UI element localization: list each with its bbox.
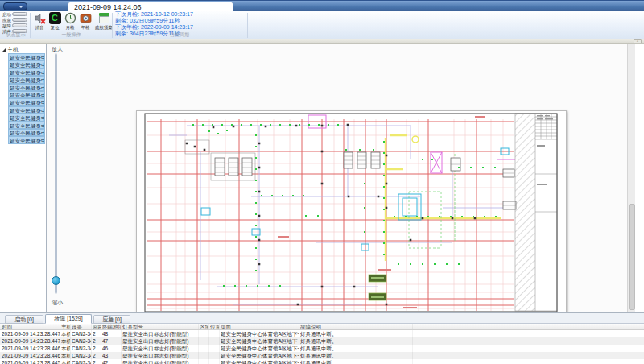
column-header[interactable]: 页面 xyxy=(221,324,299,329)
fault-indicator: 故障 xyxy=(2,23,30,28)
group-separator xyxy=(30,13,31,38)
tab-emergency[interactable]: 应急 [0] xyxy=(93,315,130,324)
fault-row[interactable]: 2021-09-09 14:23:28.447本机 CAN2-342 48壁挂安… xyxy=(0,330,644,337)
fault-indicator-label: 故障 xyxy=(2,23,11,28)
group-separator xyxy=(247,13,248,38)
fault-row[interactable]: 2021-09-09 14:23:28.447本机 CAN2-342 47壁挂安… xyxy=(0,337,644,345)
app-window: 2021-09-09 14:24:06 启动 应急 故障 消声 状态提示 xyxy=(0,0,644,364)
fault-row[interactable]: 2021-09-09 14:23:28.446本机 CAN2-342 43壁挂安… xyxy=(0,352,644,359)
fault-table-header: 时间 主机 设备 回路 终端地址 灯具型号 区域 位置 页面 故障说明 xyxy=(0,324,644,330)
mute-speaker-icon xyxy=(34,12,46,24)
monthly-check-button[interactable]: 月检 xyxy=(63,12,77,34)
canvas-scrollbar-thumb[interactable] xyxy=(629,204,635,310)
tree-item-page[interactable]: 延安全民健身中心体育馆A区地下一层 xyxy=(8,68,45,76)
fault-row[interactable]: 2021-09-09 14:23:28.446本机 CAN2-342 46壁挂安… xyxy=(0,345,644,352)
window-title: 2021-09-09 14:24:06 xyxy=(74,3,142,11)
tree-item-page[interactable]: 延安全民健身中心体育馆A区地下一层 xyxy=(8,122,45,129)
tree-item-page[interactable]: 延安全民健身中心体育馆A区地下一层 xyxy=(8,60,45,68)
annual-check-icon xyxy=(80,12,92,24)
reset-icon: C xyxy=(49,12,61,24)
tree-item-page[interactable]: 延安全民健身中心体育馆A区地下一层 xyxy=(8,98,45,105)
chevron-down-icon xyxy=(19,6,23,8)
column-header[interactable]: 主机 xyxy=(61,324,71,329)
tab-startup[interactable]: 启动 [0] xyxy=(5,315,43,324)
next-monthly-check: 下次月检: 2021-10-12 00:23:17 xyxy=(115,11,193,18)
device-tree-panel: 主机 延安全民健身中心体育馆A区地下一层 延安全民健身中心体育馆A区地下一层 延… xyxy=(0,44,47,312)
ribbon: 启动 应急 故障 消声 状态提示 xyxy=(0,11,644,39)
zoom-slider[interactable] xyxy=(55,53,57,294)
zoom-in-label: 放大 xyxy=(52,45,63,53)
reset-button[interactable]: C 复位 xyxy=(47,12,62,34)
actions-group-label: 一般操作 xyxy=(32,31,110,39)
tree-item-page[interactable]: 延安全民健身中心体育馆A区地下一层 xyxy=(8,114,45,121)
tree-item-page[interactable]: 延安全民健身中心体育馆A区地下一层 xyxy=(8,106,45,114)
floor-plan-drawing xyxy=(137,111,567,312)
zoom-slider-thumb[interactable] xyxy=(52,276,60,285)
evacuation-plan-icon xyxy=(98,12,110,24)
event-log-panel: 启动 [0] 故障 [1529] 应急 [0] 时间 主机 设备 回路 终端地址… xyxy=(0,312,644,364)
tree-root-host[interactable]: 主机 xyxy=(0,46,46,53)
annual-check-button[interactable]: 年检 xyxy=(78,12,93,34)
startup-indicator-label: 启动 xyxy=(2,12,11,17)
actions-group: 消音 C 复位 月检 xyxy=(32,11,110,39)
event-tab-strip: 启动 [0] 故障 [1529] 应急 [0] xyxy=(0,313,644,324)
startup-indicator: 启动 xyxy=(2,12,30,17)
tree-item-page[interactable]: 延安全民健身中心体育馆A区地下一层 xyxy=(8,136,45,143)
fault-row[interactable]: 2021-09-09 14:23:28.445本机 CAN2-342 42壁挂安… xyxy=(0,359,644,364)
column-header[interactable]: 回路 xyxy=(93,324,101,329)
emergency-indicator-label: 应急 xyxy=(2,18,11,23)
fault-table: 时间 主机 设备 回路 终端地址 灯具型号 区域 位置 页面 故障说明 2021… xyxy=(0,324,644,364)
selfcheck-group-label: 自检周期 xyxy=(114,31,246,39)
tree-expander-icon[interactable] xyxy=(2,48,6,52)
status-group: 启动 应急 故障 消声 状态提示 xyxy=(2,11,30,39)
column-header[interactable]: 位置 xyxy=(210,324,220,329)
zoom-out-label: 缩小 xyxy=(52,299,63,307)
column-header[interactable]: 设备 xyxy=(72,324,92,329)
collapse-ribbon-button[interactable]: ^ xyxy=(634,39,642,43)
startup-indicator-lamp xyxy=(12,12,27,16)
selfcheck-group: 下次月检: 2021-10-12 00:23:17 剩余: 032日09时59分… xyxy=(114,11,246,39)
tree-item-page[interactable]: 延安全民健身中心体育馆A区地下一层 xyxy=(8,91,45,98)
column-header[interactable]: 终端地址 xyxy=(102,324,122,329)
status-group-label: 状态提示 xyxy=(2,31,30,39)
column-header[interactable]: 灯具型号 xyxy=(122,324,199,329)
canvas-vertical-scrollbar[interactable] xyxy=(627,44,635,312)
column-header[interactable]: 故障说明 xyxy=(300,324,413,329)
floor-plan-sheet[interactable] xyxy=(136,110,567,312)
group-separator xyxy=(112,13,113,38)
fault-indicator-lamp xyxy=(12,23,27,27)
titlebar: 2021-09-09 14:24:06 xyxy=(0,0,644,11)
tree-item-page[interactable]: 延安全民健身中心体育馆A区地下一层 xyxy=(8,129,45,136)
tab-fault[interactable]: 故障 [1529] xyxy=(45,314,92,324)
monthly-remaining: 剩余: 032日09时59分11秒 xyxy=(115,18,180,24)
next-annual-check: 下次年检: 2022-09-09 14:23:17 xyxy=(115,24,193,31)
tree-item-page[interactable]: 延安全民健身中心体育馆A区地下一层 xyxy=(8,76,45,83)
column-header[interactable]: 时间 xyxy=(2,324,60,329)
main-area: 主机 延安全民健身中心体育馆A区地下一层 延安全民健身中心体育馆A区地下一层 延… xyxy=(0,44,644,312)
emergency-indicator: 应急 xyxy=(2,18,30,23)
tree-item-page[interactable]: 延安全民健身中心体育馆A区地下一层 xyxy=(8,53,45,60)
monthly-check-clock-icon xyxy=(64,12,76,24)
emergency-indicator-lamp xyxy=(12,18,27,22)
column-header[interactable]: 区域 xyxy=(200,324,209,329)
app-menu-button[interactable] xyxy=(3,2,27,10)
mute-button[interactable]: 消音 xyxy=(32,12,47,34)
plan-canvas: 放大 缩小 xyxy=(47,44,635,312)
tree-item-page[interactable]: 延安全民健身中心体育馆A区地下一层 xyxy=(8,84,45,91)
